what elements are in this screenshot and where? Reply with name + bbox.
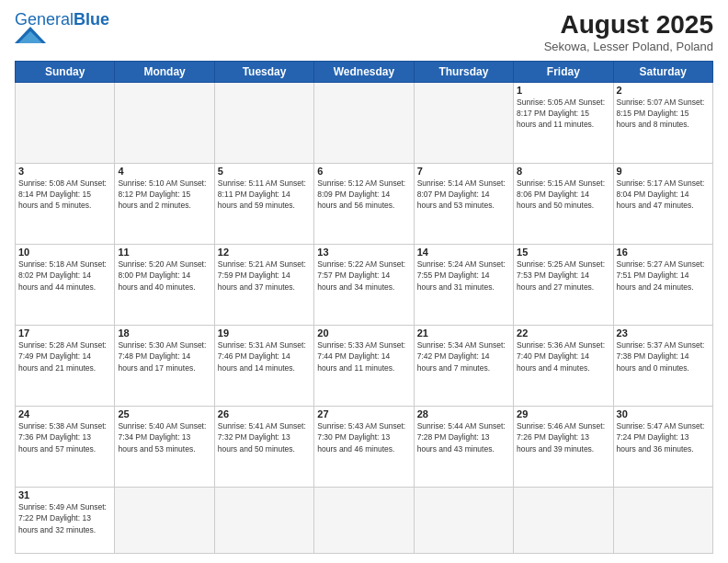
calendar-cell: 10Sunrise: 5:18 AM Sunset: 8:02 PM Dayli… xyxy=(16,244,115,325)
calendar-cell: 24Sunrise: 5:38 AM Sunset: 7:36 PM Dayli… xyxy=(16,407,115,488)
day-number: 3 xyxy=(18,166,111,177)
calendar-cell xyxy=(314,82,414,163)
calendar-cell: 31Sunrise: 5:49 AM Sunset: 7:22 PM Dayli… xyxy=(16,488,115,554)
weekday-header: Thursday xyxy=(414,61,513,82)
calendar-cell: 30Sunrise: 5:47 AM Sunset: 7:24 PM Dayli… xyxy=(613,407,712,488)
day-info: Sunrise: 5:41 AM Sunset: 7:32 PM Dayligh… xyxy=(218,420,311,454)
calendar-cell: 16Sunrise: 5:27 AM Sunset: 7:51 PM Dayli… xyxy=(613,244,712,325)
day-info: Sunrise: 5:49 AM Sunset: 7:22 PM Dayligh… xyxy=(18,501,111,535)
calendar-cell xyxy=(514,488,613,554)
day-info: Sunrise: 5:33 AM Sunset: 7:44 PM Dayligh… xyxy=(317,339,410,373)
title-block: August 2025 Sekowa, Lesser Poland, Polan… xyxy=(544,11,713,53)
day-number: 5 xyxy=(218,166,311,177)
logo-blue: Blue xyxy=(74,10,109,29)
calendar-cell xyxy=(16,82,115,163)
weekday-header: Sunday xyxy=(16,61,115,82)
calendar-week-row: 10Sunrise: 5:18 AM Sunset: 8:02 PM Dayli… xyxy=(16,244,713,325)
page: GeneralBlue August 2025 Sekowa, Lesser P… xyxy=(0,0,728,563)
day-number: 30 xyxy=(617,408,710,419)
day-info: Sunrise: 5:07 AM Sunset: 8:15 PM Dayligh… xyxy=(617,97,710,131)
calendar-cell: 29Sunrise: 5:46 AM Sunset: 7:26 PM Dayli… xyxy=(514,407,613,488)
day-info: Sunrise: 5:30 AM Sunset: 7:48 PM Dayligh… xyxy=(118,339,210,373)
day-number: 11 xyxy=(118,247,210,258)
calendar-cell: 4Sunrise: 5:10 AM Sunset: 8:12 PM Daylig… xyxy=(115,163,214,244)
calendar-cell: 27Sunrise: 5:43 AM Sunset: 7:30 PM Dayli… xyxy=(314,407,414,488)
weekday-header: Wednesday xyxy=(314,61,414,82)
day-info: Sunrise: 5:18 AM Sunset: 8:02 PM Dayligh… xyxy=(18,259,111,293)
calendar-cell xyxy=(414,82,513,163)
calendar-cell xyxy=(115,82,214,163)
day-info: Sunrise: 5:22 AM Sunset: 7:57 PM Dayligh… xyxy=(317,259,410,293)
day-number: 22 xyxy=(517,327,609,339)
day-info: Sunrise: 5:43 AM Sunset: 7:30 PM Dayligh… xyxy=(317,420,410,454)
main-title: August 2025 xyxy=(544,11,713,40)
calendar-cell: 17Sunrise: 5:28 AM Sunset: 7:49 PM Dayli… xyxy=(16,325,115,406)
calendar-cell xyxy=(314,488,414,554)
calendar-cell: 22Sunrise: 5:36 AM Sunset: 7:40 PM Dayli… xyxy=(514,325,613,406)
calendar-cell: 19Sunrise: 5:31 AM Sunset: 7:46 PM Dayli… xyxy=(214,325,313,406)
day-info: Sunrise: 5:46 AM Sunset: 7:26 PM Dayligh… xyxy=(517,420,609,454)
day-number: 24 xyxy=(18,408,111,419)
day-number: 4 xyxy=(118,166,210,177)
calendar-cell: 5Sunrise: 5:11 AM Sunset: 8:11 PM Daylig… xyxy=(214,163,313,244)
day-info: Sunrise: 5:44 AM Sunset: 7:28 PM Dayligh… xyxy=(417,420,510,454)
calendar-cell: 28Sunrise: 5:44 AM Sunset: 7:28 PM Dayli… xyxy=(414,407,513,488)
calendar-week-row: 31Sunrise: 5:49 AM Sunset: 7:22 PM Dayli… xyxy=(16,488,713,554)
logo-general: General xyxy=(15,10,74,29)
calendar-week-row: 1Sunrise: 5:05 AM Sunset: 8:17 PM Daylig… xyxy=(16,82,713,163)
calendar-cell: 25Sunrise: 5:40 AM Sunset: 7:34 PM Dayli… xyxy=(115,407,214,488)
calendar-cell xyxy=(115,488,214,554)
day-number: 12 xyxy=(218,247,311,258)
calendar-cell xyxy=(414,488,513,554)
calendar-cell: 18Sunrise: 5:30 AM Sunset: 7:48 PM Dayli… xyxy=(115,325,214,406)
day-info: Sunrise: 5:12 AM Sunset: 8:09 PM Dayligh… xyxy=(317,178,410,212)
day-info: Sunrise: 5:36 AM Sunset: 7:40 PM Dayligh… xyxy=(517,339,609,373)
day-info: Sunrise: 5:20 AM Sunset: 8:00 PM Dayligh… xyxy=(118,259,210,293)
day-number: 20 xyxy=(317,327,410,339)
day-info: Sunrise: 5:27 AM Sunset: 7:51 PM Dayligh… xyxy=(617,259,710,293)
day-number: 27 xyxy=(317,408,410,419)
day-info: Sunrise: 5:08 AM Sunset: 8:14 PM Dayligh… xyxy=(18,178,111,212)
calendar-cell: 11Sunrise: 5:20 AM Sunset: 8:00 PM Dayli… xyxy=(115,244,214,325)
day-number: 10 xyxy=(18,247,111,258)
logo-text: GeneralBlue xyxy=(15,10,109,29)
calendar-cell xyxy=(613,488,712,554)
day-number: 15 xyxy=(517,247,609,258)
day-number: 1 xyxy=(517,85,609,96)
calendar-week-row: 24Sunrise: 5:38 AM Sunset: 7:36 PM Dayli… xyxy=(16,407,713,488)
calendar-cell: 20Sunrise: 5:33 AM Sunset: 7:44 PM Dayli… xyxy=(314,325,414,406)
day-info: Sunrise: 5:47 AM Sunset: 7:24 PM Dayligh… xyxy=(617,420,710,454)
weekday-header: Monday xyxy=(115,61,214,82)
calendar-cell xyxy=(214,488,313,554)
day-info: Sunrise: 5:31 AM Sunset: 7:46 PM Dayligh… xyxy=(218,339,311,373)
day-number: 13 xyxy=(317,247,410,258)
logo-icon xyxy=(15,27,46,43)
calendar-cell: 26Sunrise: 5:41 AM Sunset: 7:32 PM Dayli… xyxy=(214,407,313,488)
day-info: Sunrise: 5:10 AM Sunset: 8:12 PM Dayligh… xyxy=(118,178,210,212)
day-info: Sunrise: 5:21 AM Sunset: 7:59 PM Dayligh… xyxy=(218,259,311,293)
calendar-cell: 6Sunrise: 5:12 AM Sunset: 8:09 PM Daylig… xyxy=(314,163,414,244)
day-info: Sunrise: 5:25 AM Sunset: 7:53 PM Dayligh… xyxy=(517,259,609,293)
calendar-cell: 15Sunrise: 5:25 AM Sunset: 7:53 PM Dayli… xyxy=(514,244,613,325)
calendar-cell: 12Sunrise: 5:21 AM Sunset: 7:59 PM Dayli… xyxy=(214,244,313,325)
weekday-row: SundayMondayTuesdayWednesdayThursdayFrid… xyxy=(16,61,713,82)
day-info: Sunrise: 5:28 AM Sunset: 7:49 PM Dayligh… xyxy=(18,339,111,373)
day-number: 28 xyxy=(417,408,510,419)
day-number: 2 xyxy=(617,85,710,96)
day-info: Sunrise: 5:34 AM Sunset: 7:42 PM Dayligh… xyxy=(417,339,510,373)
weekday-header: Saturday xyxy=(613,61,712,82)
day-number: 8 xyxy=(517,166,609,177)
calendar-cell: 1Sunrise: 5:05 AM Sunset: 8:17 PM Daylig… xyxy=(514,82,613,163)
day-number: 21 xyxy=(417,327,510,339)
day-number: 25 xyxy=(118,408,210,419)
day-number: 7 xyxy=(417,166,510,177)
day-number: 6 xyxy=(317,166,410,177)
day-info: Sunrise: 5:38 AM Sunset: 7:36 PM Dayligh… xyxy=(18,420,111,454)
calendar-cell: 21Sunrise: 5:34 AM Sunset: 7:42 PM Dayli… xyxy=(414,325,513,406)
calendar-week-row: 3Sunrise: 5:08 AM Sunset: 8:14 PM Daylig… xyxy=(16,163,713,244)
day-number: 9 xyxy=(617,166,710,177)
header: GeneralBlue August 2025 Sekowa, Lesser P… xyxy=(15,11,713,53)
logo: GeneralBlue xyxy=(15,11,109,47)
calendar-cell: 7Sunrise: 5:14 AM Sunset: 8:07 PM Daylig… xyxy=(414,163,513,244)
calendar-cell: 9Sunrise: 5:17 AM Sunset: 8:04 PM Daylig… xyxy=(613,163,712,244)
